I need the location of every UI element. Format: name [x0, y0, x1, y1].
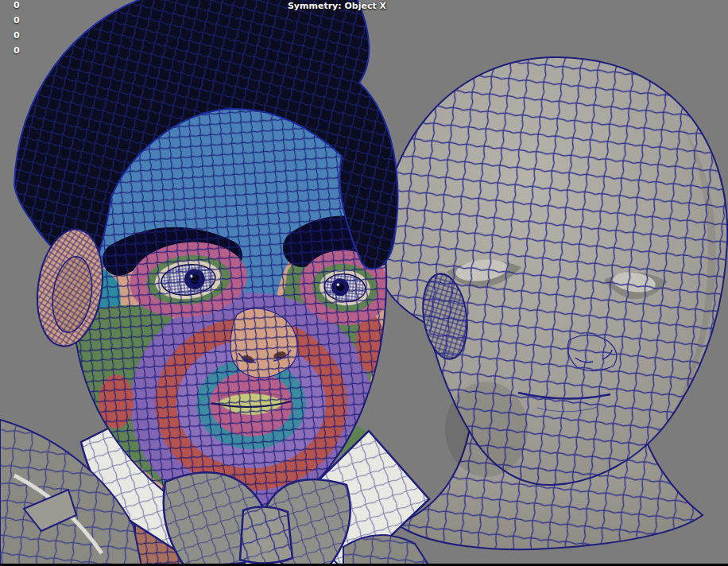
hud-counter-column: 0 0 0 0	[14, 1, 20, 61]
hud-counter: 0	[14, 31, 20, 41]
3d-viewport[interactable]: Symmetry: Object X 0 0 0 0	[0, 0, 728, 566]
hud-counter: 0	[14, 16, 20, 25]
viewport-canvas[interactable]	[0, 0, 728, 566]
hud-counter: 0	[14, 1, 20, 10]
hud-counter: 0	[14, 46, 20, 56]
